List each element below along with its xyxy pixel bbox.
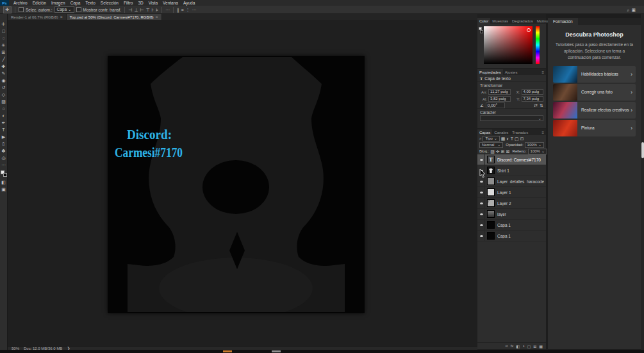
learn-card-creative-effects[interactable]: Realizar efectos creativos › bbox=[553, 102, 636, 119]
menu-filtro[interactable]: Filtro bbox=[121, 0, 135, 6]
lasso-tool-icon[interactable]: ◌ bbox=[0, 35, 8, 42]
filter-type-icon[interactable]: T bbox=[511, 136, 513, 141]
fill-field[interactable]: 100%⌄ bbox=[528, 149, 547, 154]
menu-texto[interactable]: Texto bbox=[83, 0, 98, 6]
layer-thumbnail[interactable] bbox=[487, 199, 495, 207]
distribute-more-icon[interactable]: ⋯ bbox=[192, 8, 197, 12]
y-field[interactable]: Y:7,34 pulg bbox=[513, 96, 544, 102]
new-layer-icon[interactable]: ⊞ bbox=[533, 344, 536, 349]
gradient-tool-icon[interactable]: ▨ bbox=[0, 98, 8, 105]
visibility-toggle[interactable] bbox=[478, 231, 485, 241]
lock-artboard-icon[interactable]: ⊞ bbox=[501, 149, 505, 154]
dock-handle[interactable] bbox=[641, 142, 644, 158]
layer-row-layer2[interactable]: Layer 2 bbox=[477, 198, 546, 209]
filter-smart-icon[interactable]: ⊡ bbox=[520, 136, 524, 141]
x-field[interactable]: X:4,09 pulg bbox=[513, 89, 544, 95]
delete-layer-icon[interactable]: ▦ bbox=[539, 344, 543, 349]
character-section-header[interactable]: Carácter bbox=[477, 108, 546, 115]
opacity-field[interactable]: 100%⌄ bbox=[525, 142, 544, 148]
color-swatches[interactable] bbox=[1, 170, 7, 177]
tab-muestras[interactable]: Muestras bbox=[490, 18, 510, 24]
layer-thumbnail[interactable] bbox=[487, 177, 495, 185]
pen-tool-icon[interactable]: ✒ bbox=[0, 119, 8, 126]
layer-effects-icon[interactable]: fx bbox=[511, 344, 514, 348]
filter-shape-icon[interactable]: ▢ bbox=[515, 136, 519, 141]
zoom-tool-icon[interactable]: ◎ bbox=[0, 154, 8, 161]
layer-group-icon[interactable]: ▢ bbox=[527, 344, 531, 349]
adjustment-layer-icon[interactable]: ◑ bbox=[522, 344, 525, 348]
menu-edicion[interactable]: Edición bbox=[30, 0, 49, 6]
layer-row-capa1b[interactable]: Capa 1 bbox=[477, 231, 546, 242]
layer-name[interactable]: Layer_detalles_haracode bbox=[497, 179, 544, 184]
hand-tool-icon[interactable]: ✽ bbox=[0, 147, 8, 154]
font-family-dropdown[interactable]: ⌄ bbox=[480, 115, 543, 121]
align-right-icon[interactable]: ⊢ bbox=[140, 8, 144, 12]
layer-name[interactable]: Capa 1 bbox=[497, 223, 511, 227]
menu-capa[interactable]: Capa bbox=[68, 0, 83, 6]
background-color-mini-swatch[interactable] bbox=[480, 30, 483, 33]
filter-adjustment-icon[interactable]: ◐ bbox=[506, 136, 509, 141]
taskbar-item-active[interactable] bbox=[223, 350, 232, 352]
width-field[interactable]: An:11,27 pulg bbox=[480, 89, 511, 95]
hue-slider[interactable] bbox=[536, 26, 540, 64]
tab-propiedades[interactable]: Propiedades bbox=[477, 69, 503, 75]
visibility-toggle[interactable] bbox=[478, 154, 485, 165]
filter-type-dropdown[interactable]: Tipo⌄ bbox=[483, 136, 499, 142]
show-transform-checkbox[interactable] bbox=[76, 7, 81, 12]
flip-horizontal-icon[interactable]: ⇄ bbox=[534, 103, 538, 108]
tab-trazados[interactable]: Trazados bbox=[510, 129, 530, 135]
tab-ajustes[interactable]: Ajustes bbox=[503, 69, 520, 75]
menu-ventana[interactable]: Ventana bbox=[160, 0, 181, 6]
layer-name[interactable]: layer bbox=[497, 212, 506, 217]
align-left-icon[interactable]: ⊣ bbox=[128, 8, 132, 12]
layer-name[interactable]: Shirt 1 bbox=[497, 168, 509, 173]
clone-stamp-tool-icon[interactable]: ◉ bbox=[0, 77, 8, 84]
shape-tool-icon[interactable]: ▯ bbox=[0, 140, 8, 147]
layer-mask-icon[interactable]: ◧ bbox=[516, 344, 520, 349]
align-bottom-icon[interactable]: ⊧ bbox=[156, 8, 158, 12]
layer-thumbnail[interactable] bbox=[487, 232, 495, 240]
learn-card-fix-photo[interactable]: Corregir una foto › bbox=[553, 84, 636, 101]
visibility-toggle[interactable] bbox=[478, 220, 485, 230]
learn-card-basics[interactable]: Habilidades básicas › bbox=[553, 66, 636, 83]
layer-thumbnail[interactable]: T bbox=[487, 156, 495, 163]
brush-tool-icon[interactable]: ✎ bbox=[0, 70, 8, 77]
link-layers-icon[interactable]: ∞ bbox=[505, 344, 508, 348]
marquee-tool-icon[interactable]: □ bbox=[0, 28, 8, 35]
learn-card-painting[interactable]: Pintura › bbox=[553, 120, 636, 136]
flip-vertical-icon[interactable]: ⇅ bbox=[540, 103, 543, 108]
edit-toolbar-icon[interactable]: ⋯ bbox=[0, 161, 8, 168]
height-field[interactable]: Al:3,82 pulg bbox=[480, 96, 511, 102]
eyedropper-tool-icon[interactable]: ╱ bbox=[0, 56, 8, 63]
active-tool-icon[interactable]: ✛ bbox=[3, 6, 12, 13]
quick-selection-tool-icon[interactable]: ✳ bbox=[0, 42, 8, 49]
menu-archivo[interactable]: Archivo bbox=[11, 0, 30, 6]
layer-name[interactable]: Discord: Carmesi#7170 bbox=[497, 158, 541, 162]
angle-field[interactable]: 0,00° bbox=[486, 103, 505, 108]
auto-select-dropdown[interactable]: Capa⌄ bbox=[54, 6, 74, 13]
document-tab-top-psd[interactable]: Top.psd al 50% (Discord: Carmesi#7170, R… bbox=[67, 14, 162, 20]
lock-transparency-icon[interactable]: ▨ bbox=[490, 149, 495, 154]
layer-row-layer[interactable]: layer bbox=[477, 209, 546, 220]
dodge-tool-icon[interactable]: ◐ bbox=[0, 112, 8, 119]
menu-vista[interactable]: Vista bbox=[146, 0, 160, 6]
layer-row-text[interactable]: T Discord: Carmesi#7170 bbox=[477, 154, 546, 165]
visibility-toggle[interactable] bbox=[478, 209, 485, 219]
align-top-icon[interactable]: ⊤ bbox=[146, 8, 150, 12]
menu-ayuda[interactable]: Ayuda bbox=[181, 0, 197, 6]
document-canvas[interactable]: Discord: Carmesi#7170 bbox=[108, 56, 365, 313]
tab-color[interactable]: Color bbox=[477, 18, 490, 24]
layer-row-shirt[interactable]: Shirt 1 bbox=[477, 165, 546, 176]
workspace-switcher-icon[interactable]: ▣ bbox=[631, 8, 636, 12]
layer-row-layer1[interactable]: Layer 1 bbox=[477, 187, 546, 198]
more-options-icon[interactable]: ⋯ bbox=[165, 8, 170, 12]
layer-name[interactable]: Layer 1 bbox=[497, 190, 511, 195]
visibility-toggle[interactable] bbox=[478, 187, 485, 197]
document-tab-render1[interactable]: Render-1 al 66,7% (RGB/8) × bbox=[8, 14, 67, 20]
close-icon[interactable]: × bbox=[60, 15, 63, 19]
distribute-spacing-icon[interactable]: ⋮ bbox=[186, 8, 190, 12]
screen-mode-icon[interactable]: ▣ bbox=[0, 186, 8, 193]
auto-select-checkbox[interactable] bbox=[19, 7, 24, 12]
align-center-v-icon[interactable]: ⊦ bbox=[152, 8, 154, 12]
background-color-swatch[interactable] bbox=[3, 173, 7, 177]
